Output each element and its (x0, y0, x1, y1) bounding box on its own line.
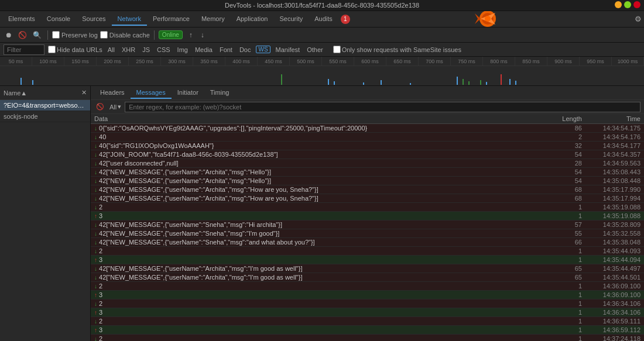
message-length-cell: 1 (547, 212, 585, 221)
table-row[interactable]: ↓ 40{"sid":"RG1lXOOpIvOxg1WoAAAAH"}3214:… (91, 142, 644, 150)
message-data-cell: ↑ 3 (91, 212, 547, 221)
message-time-cell: 14:36:59.111 (585, 317, 644, 326)
clear-messages-button[interactable]: 🚫 (94, 103, 106, 111)
timeline-bar (509, 79, 511, 85)
tab-security[interactable]: Security (273, 13, 309, 26)
preserve-log-checkbox[interactable] (52, 31, 60, 39)
messages-all-select[interactable]: All ▾ (109, 103, 121, 111)
filter-media[interactable]: Media (193, 46, 214, 53)
table-row[interactable]: ↑ 3114:36:34.106 (91, 308, 644, 317)
table-row[interactable]: ↓ 2114:35:44.093 (91, 247, 644, 256)
tab-initiator[interactable]: Initiator (172, 87, 204, 99)
timeline-bar (515, 81, 516, 85)
tab-sources[interactable]: Sources (76, 13, 111, 26)
filter-manifest[interactable]: Manifest (274, 46, 302, 53)
message-time-cell: 14:34:59.563 (585, 159, 644, 168)
table-row[interactable]: ↓ 42["NEW_MESSAGE",{"userName":"Archita"… (91, 273, 644, 282)
table-row[interactable]: ↓ 42["JOIN_ROOM","fca54f71-daa8-456c-803… (91, 150, 644, 159)
filter-js[interactable]: JS (141, 46, 152, 53)
messages-table-container: Data Length Time ↓ 0{"sid":"OsAORQwhsVYE… (91, 114, 644, 341)
timeline-bar (20, 78, 22, 85)
table-row[interactable]: ↓ 42["NEW_MESSAGE",{"userName":"Sneha","… (91, 238, 644, 247)
minimize-button[interactable] (615, 1, 622, 8)
toolbar: ⏺ 🚫 🔍 Preserve log Disable cache Online … (0, 27, 644, 43)
tab-memory[interactable]: Memory (196, 13, 231, 26)
export-har-button[interactable]: ↓ (199, 30, 206, 40)
table-row[interactable]: ↓ 42["NEW_MESSAGE",{"userName":"Archita"… (91, 168, 644, 177)
close-column-button[interactable]: ✕ (81, 89, 87, 97)
direction-arrow: ↓ (94, 301, 97, 307)
tab-audits[interactable]: Audits (309, 13, 338, 26)
filter-img[interactable]: Img (176, 46, 190, 53)
disable-cache-label[interactable]: Disable cache (100, 31, 150, 39)
same-site-label[interactable]: Only show requests with SameSite issues (333, 46, 461, 53)
timeline-bar (468, 81, 470, 85)
table-row[interactable]: ↓ 0{"sid":"OsAORQwhsVYEg9t2AAAG","upgrad… (91, 124, 644, 133)
clear-button[interactable]: 🚫 (16, 30, 29, 40)
request-list-item[interactable]: sockjs-node (0, 111, 90, 122)
message-data-cell: ↓ 40{"sid":"RG1lXOOpIvOxg1WoAAAAH"} (91, 142, 547, 150)
col-header-length[interactable]: Length (547, 114, 585, 124)
table-row[interactable]: ↓ 42["NEW_MESSAGE",{"userName":"Sneha","… (91, 221, 644, 229)
filter-font[interactable]: Font (218, 46, 234, 53)
close-button[interactable] (633, 1, 640, 8)
filter-other[interactable]: Other (305, 46, 325, 53)
table-row[interactable]: ↑ 3114:35:44.094 (91, 256, 644, 264)
hide-data-urls-label[interactable]: Hide data URLs (48, 46, 102, 53)
message-time-cell: 14:36:34.106 (585, 299, 644, 308)
table-row[interactable]: ↑ 3114:35:19.088 (91, 212, 644, 221)
import-har-button[interactable]: ↑ (187, 30, 194, 40)
table-row[interactable]: ↑ 3114:36:59.112 (91, 326, 644, 335)
tab-network[interactable]: Network (112, 13, 147, 26)
tab-elements[interactable]: Elements (2, 13, 41, 26)
tab-headers[interactable]: Headers (94, 87, 131, 99)
table-row[interactable]: ↑ 3114:36:09.100 (91, 291, 644, 299)
table-row[interactable]: ↓ 2114:36:59.111 (91, 317, 644, 326)
preserve-log-label[interactable]: Preserve log (52, 31, 98, 39)
table-row[interactable]: ↓ 42["NEW_MESSAGE",{"userName":"Archita"… (91, 194, 644, 203)
filter-doc[interactable]: Doc (238, 46, 253, 53)
direction-arrow: ↓ (94, 187, 97, 193)
filter-ws[interactable]: WS (256, 46, 270, 53)
filter-xhr[interactable]: XHR (120, 46, 137, 53)
tab-application[interactable]: Application (231, 13, 274, 26)
table-row[interactable]: ↓ 2114:37:24.118 (91, 335, 644, 342)
disable-cache-checkbox[interactable] (100, 31, 108, 39)
search-button[interactable]: 🔍 (31, 30, 43, 40)
network-throttle-select[interactable]: Online (159, 30, 183, 39)
settings-button[interactable]: ⚙ (635, 15, 642, 23)
message-time-cell: 14:35:38.048 (585, 238, 644, 247)
direction-arrow: ↓ (94, 178, 97, 184)
message-time-cell: 14:35:19.088 (585, 212, 644, 221)
table-row[interactable]: ↓ 42["NEW_MESSAGE",{"userName":"Sneha","… (91, 229, 644, 238)
message-data-cell: ↑ 3 (91, 256, 547, 264)
request-list-item[interactable]: ?EIO=4&transport=websocket (0, 100, 90, 111)
record-button[interactable]: ⏺ (4, 30, 14, 40)
message-data-cell: ↓ 2 (91, 317, 547, 326)
table-row[interactable]: ↓ 2114:35:19.088 (91, 203, 644, 212)
table-row[interactable]: ↓ 40214:34:54.176 (91, 133, 644, 142)
table-row[interactable]: ↓ 42["NEW_MESSAGE",{"userName":"Archita"… (91, 264, 644, 273)
table-row[interactable]: ↓ 42["NEW_MESSAGE",{"userName":"Archita"… (91, 185, 644, 194)
upload-download-controls: ↑ ↓ (187, 30, 206, 40)
maximize-button[interactable] (624, 1, 631, 8)
tab-timing[interactable]: Timing (204, 87, 235, 99)
filter-css[interactable]: CSS (155, 46, 172, 53)
table-row[interactable]: ↓ 42["user disconnected",null]2814:34:59… (91, 159, 644, 168)
tab-messages[interactable]: Messages (131, 87, 172, 99)
message-length-cell: 1 (547, 317, 585, 326)
message-length-cell: 54 (547, 168, 585, 177)
table-row[interactable]: ↓ 2114:36:09.100 (91, 282, 644, 291)
table-row[interactable]: ↓ 2114:36:34.106 (91, 299, 644, 308)
tab-performance[interactable]: Performance (147, 13, 196, 26)
col-header-data[interactable]: Data (91, 114, 547, 124)
same-site-checkbox[interactable] (333, 46, 341, 53)
col-header-time[interactable]: Time (585, 114, 644, 124)
filter-input[interactable] (4, 44, 44, 55)
filter-all[interactable]: All (106, 46, 117, 53)
message-length-cell: 57 (547, 221, 585, 229)
tab-console[interactable]: Console (41, 13, 76, 26)
table-row[interactable]: ↓ 42["NEW_MESSAGE",{"userName":"Archita"… (91, 177, 644, 185)
hide-data-urls-checkbox[interactable] (48, 46, 56, 53)
messages-regex-input[interactable] (125, 102, 640, 112)
